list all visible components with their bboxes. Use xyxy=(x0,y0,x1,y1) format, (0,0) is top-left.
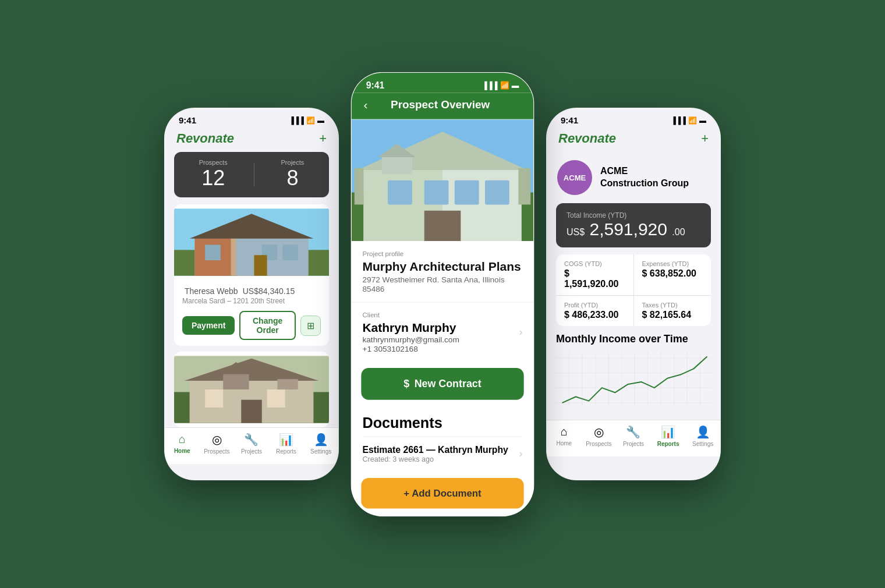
projects-label-nav-3: Projects xyxy=(623,441,644,447)
reports-icon-3: 📊 xyxy=(661,425,675,439)
svg-rect-36 xyxy=(518,168,530,204)
home-icon-3: ⌂ xyxy=(561,425,568,438)
income-amount: US$ 2,591,920 .00 xyxy=(567,219,700,239)
home-label-1: Home xyxy=(174,448,190,454)
nav-prospects-1[interactable]: ◎ Prospects xyxy=(200,433,235,455)
status-icons-2: ▐▐▐ 📶 ▬ xyxy=(482,81,519,90)
nav-reports-3[interactable]: 📊 Reports xyxy=(651,425,686,447)
property-info-1: Theresa Webb US$84,340.15 Marcela Sardi … xyxy=(174,280,329,346)
cogs-value: $ 1,591,920.00 xyxy=(564,268,625,289)
battery-icon-2: ▬ xyxy=(512,81,519,90)
settings-icon-1: 👤 xyxy=(314,433,328,447)
taxes-card: Taxes (YTD) $ 82,165.64 xyxy=(634,296,711,326)
expenses-value: $ 638,852.00 xyxy=(642,268,703,279)
settings-label-nav-3: Settings xyxy=(692,441,713,447)
nav-home-1[interactable]: ⌂ Home xyxy=(165,433,200,455)
svg-rect-10 xyxy=(174,208,329,275)
property-address-1: Marcela Sardi – 1201 20th Street xyxy=(182,297,321,305)
back-button[interactable]: ‹ xyxy=(364,97,368,111)
action-buttons-1: Payment Change Order ⊞ xyxy=(182,311,321,340)
prospects-label-nav-3: Prospects xyxy=(586,441,611,447)
battery-icon-3: ▬ xyxy=(699,116,706,125)
project-profile-section: Project profile Murphy Architectural Pla… xyxy=(352,241,534,302)
status-time-1: 9:41 xyxy=(179,115,196,125)
wifi-icon-1: 📶 xyxy=(306,116,315,125)
chart-container: J F M A M J J A S O N D xyxy=(556,350,711,420)
phone3-header: Revonate + xyxy=(547,127,720,152)
nav-prospects-3[interactable]: ◎ Prospects xyxy=(582,425,617,447)
status-bar-2: 9:41 ▐▐▐ 📶 ▬ xyxy=(352,72,534,93)
phone-reports: 9:41 ▐▐▐ 📶 ▬ Revonate + ACME ACME C xyxy=(546,108,721,480)
bottom-nav-1: ⌂ Home ◎ Prospects 🔧 Projects 📊 Reports … xyxy=(165,427,338,464)
battery-icon-1: ▬ xyxy=(317,116,324,125)
cogs-label: COGS (YTD) xyxy=(564,260,625,267)
status-icons-3: ▐▐▐ 📶 ▬ xyxy=(671,116,706,125)
add-doc-label: + Add Document xyxy=(403,487,481,498)
stats-bar: Prospects 12 Projects 8 xyxy=(174,152,329,197)
projects-stat: Projects 8 xyxy=(281,159,305,190)
new-contract-button[interactable]: $ New Contract xyxy=(361,368,523,400)
change-order-button[interactable]: Change Order xyxy=(239,311,296,340)
house-image-1 xyxy=(174,204,329,280)
nav-projects-3[interactable]: 🔧 Projects xyxy=(616,425,651,447)
nav-settings-1[interactable]: 👤 Settings xyxy=(303,433,338,455)
payment-button[interactable]: Payment xyxy=(182,316,235,335)
project-address: 2972 Westheimer Rd. Santa Ana, Illinois … xyxy=(362,275,522,293)
camera-button[interactable]: ⊞ xyxy=(300,316,321,336)
prospects-label-nav-1: Prospects xyxy=(204,448,229,455)
nav-settings-3[interactable]: 👤 Settings xyxy=(685,425,720,447)
prospects-count: 12 xyxy=(199,166,228,190)
svg-rect-32 xyxy=(424,210,461,240)
add-button-1[interactable]: + xyxy=(319,131,327,146)
home-label-3: Home xyxy=(556,440,572,447)
client-name: Kathryn Murphy xyxy=(362,321,459,335)
project-profile-label: Project profile xyxy=(362,250,522,257)
client-info: Client Kathryn Murphy kathrynmurphy@gmai… xyxy=(362,311,459,353)
profit-cents: .00 xyxy=(606,310,618,320)
status-bar-3: 9:41 ▐▐▐ 📶 ▬ xyxy=(547,108,720,127)
expenses-cents: .00 xyxy=(684,268,696,278)
document-item-1[interactable]: Estimate 2661 — Kathryn Murphy Created: … xyxy=(362,436,522,470)
client-chevron-icon: › xyxy=(519,325,522,338)
revonate-logo-1: Revonate xyxy=(176,131,234,146)
bottom-nav-3: ⌂ Home ◎ Prospects 🔧 Projects 📊 Reports … xyxy=(547,420,720,456)
acme-section: ACME ACME Construction Group xyxy=(547,152,720,203)
svg-rect-28 xyxy=(388,180,412,204)
profit-value: $ 486,233.00 xyxy=(564,310,625,320)
profit-label: Profit (YTD) xyxy=(564,302,625,309)
stat-divider xyxy=(254,163,254,186)
add-button-3[interactable]: + xyxy=(701,131,709,146)
projects-icon-3: 🔧 xyxy=(626,425,640,439)
nav-home-3[interactable]: ⌂ Home xyxy=(547,425,582,447)
cogs-cents: .00 xyxy=(606,279,618,289)
acme-avatar: ACME xyxy=(557,160,592,195)
doc-name-1: Estimate 2661 — Kathryn Murphy xyxy=(362,444,508,455)
client-section[interactable]: Client Kathryn Murphy kathrynmurphy@gmai… xyxy=(352,302,534,362)
wifi-icon-2: 📶 xyxy=(500,81,509,90)
document-info: Estimate 2661 — Kathryn Murphy Created: … xyxy=(362,444,508,463)
income-cents: .00 xyxy=(672,227,685,237)
contract-icon: $ xyxy=(403,377,409,389)
property-card-2[interactable] xyxy=(174,352,329,427)
prospect-title: Prospect Overview xyxy=(374,98,507,111)
nav-projects-1[interactable]: 🔧 Projects xyxy=(234,433,269,455)
cogs-card: COGS (YTD) $ 1,591,920.00 xyxy=(556,254,633,295)
taxes-value: $ 82,165.64 xyxy=(642,310,703,320)
property-name-1: Theresa Webb US$84,340.15 xyxy=(182,286,321,296)
prospect-hero-image xyxy=(352,119,534,241)
profit-card: Profit (YTD) $ 486,233.00 xyxy=(556,296,633,326)
home-icon-1: ⌂ xyxy=(179,433,186,446)
nav-reports-1[interactable]: 📊 Reports xyxy=(269,433,304,455)
property-card-1[interactable]: Theresa Webb US$84,340.15 Marcela Sardi … xyxy=(174,204,329,346)
client-phone: +1 3053102168 xyxy=(362,344,459,353)
taxes-label: Taxes (YTD) xyxy=(642,302,703,309)
signal-icon-1: ▐▐▐ xyxy=(289,116,304,125)
prospects-icon-1: ◎ xyxy=(212,433,222,447)
income-card: Total Income (YTD) US$ 2,591,920 .00 xyxy=(556,203,711,247)
svg-rect-31 xyxy=(485,180,509,204)
phone-prospect: 9:41 ▐▐▐ 📶 ▬ ‹ Prospect Overview xyxy=(351,72,534,516)
svg-rect-33 xyxy=(382,155,412,173)
signal-icon-2: ▐▐▐ xyxy=(482,81,498,90)
status-time-2: 9:41 xyxy=(366,80,385,90)
add-document-button[interactable]: + Add Document xyxy=(361,478,523,509)
